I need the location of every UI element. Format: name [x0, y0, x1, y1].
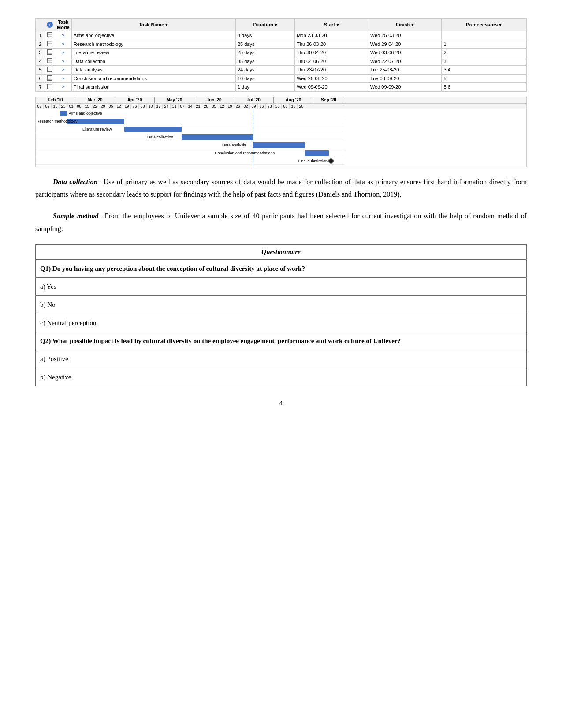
icon-cell: [45, 40, 55, 49]
gantt-date-cell: 13: [290, 104, 298, 109]
gantt-date-cell: 02: [242, 104, 250, 109]
gantt-wrapper: i TaskMode Task Name ▾ Duration ▾ Start …: [35, 18, 527, 92]
grid-icon: [47, 75, 52, 81]
task-start: Wed 26-08-20: [295, 74, 368, 83]
gantt-date-cell: 07: [179, 104, 186, 109]
icon-cell: [45, 74, 55, 83]
task-mode-cell: ⟳: [55, 66, 72, 75]
task-predecessors: 3,4: [442, 66, 526, 75]
gantt-bar-label: Final submission: [298, 159, 328, 163]
row-num: 3: [36, 49, 45, 57]
gantt-tasks-area: Aims and objectiveResearch methodologyLi…: [36, 109, 344, 167]
para2-bold: Sample method: [53, 212, 99, 220]
q1-option-0: a) Yes: [36, 277, 527, 295]
gantt-month: Apr '20: [115, 97, 155, 103]
gantt-row: 6 ⟳ Conclusion and recommendations 10 da…: [36, 74, 526, 83]
row-num: 1: [36, 31, 45, 40]
gantt-date-cell: 23: [266, 104, 274, 109]
gantt-chart-area: Feb '20Mar '20Apr '20May '20Jun '20Jul '…: [35, 97, 527, 167]
auto-icon: ⟳: [60, 84, 66, 90]
gantt-bar: [182, 134, 253, 140]
auto-icon: ⟳: [60, 41, 66, 47]
gantt-row: 2 ⟳ Research methodology 25 days Thu 26-…: [36, 40, 526, 49]
questionnaire-title: Questionnaire: [36, 244, 527, 259]
gantt-date-cell: 08: [75, 104, 83, 109]
task-finish: Wed 25-03-20: [368, 31, 442, 40]
gantt-date-cell: 14: [186, 104, 194, 109]
task-mode-cell: ⟳: [55, 49, 72, 57]
task-predecessors: 5,6: [442, 83, 526, 92]
gantt-date-cell: 09: [44, 104, 52, 109]
gantt-bar-row: Data analysis: [36, 141, 344, 149]
col-num: [36, 19, 45, 31]
task-name: Literature review: [71, 49, 235, 57]
task-name: Data collection: [71, 57, 235, 66]
q-option: b) No: [36, 295, 527, 314]
gantt-timeline-header: Feb '20Mar '20Apr '20May '20Jun '20Jul '…: [36, 97, 526, 104]
task-finish: Wed 29-04-20: [368, 40, 442, 49]
gantt-row: 1 ⟳ Aims and objective 3 days Mon 23-03-…: [36, 31, 526, 40]
body-text-2: Sample method– From the employees of Uni…: [35, 210, 527, 235]
task-name: Data analysis: [71, 66, 235, 75]
task-mode-cell: ⟳: [55, 40, 72, 49]
q2-row: Q2) What possible impact is lead by cult…: [36, 332, 527, 350]
task-predecessors: 5: [442, 74, 526, 83]
gantt-month: Jul '20: [234, 97, 274, 103]
gantt-date-cell: 19: [226, 104, 234, 109]
icon-cell: [45, 57, 55, 66]
q2-option-1: b) Negative: [36, 368, 527, 386]
gantt-bar-row: Final submission: [36, 157, 344, 165]
gantt-bar-label: Data collection: [147, 135, 173, 139]
q1-option-1: b) No: [36, 295, 527, 314]
body-text-1: Data collection– Use of primary as well …: [35, 176, 527, 202]
task-duration: 10 days: [235, 74, 294, 83]
row-num: 4: [36, 57, 45, 66]
task-predecessors: [442, 31, 526, 40]
task-start: Thu 23-07-20: [295, 66, 368, 75]
row-num: 5: [36, 66, 45, 75]
gantt-date-cell: 16: [52, 104, 60, 109]
task-duration: 3 days: [235, 31, 294, 40]
task-finish: Tue 25-08-20: [368, 66, 442, 75]
q-option: a) Yes: [36, 277, 527, 295]
col-finish: Finish ▾: [368, 19, 442, 31]
gantt-date-cell: 17: [155, 104, 163, 109]
auto-icon: ⟳: [60, 67, 66, 73]
row-num: 7: [36, 83, 45, 92]
gantt-date-cell: 05: [210, 104, 218, 109]
col-mode: TaskMode: [55, 19, 72, 31]
gantt-date-cell: 03: [139, 104, 147, 109]
gantt-bar: [305, 150, 329, 156]
gantt-month: Sep '20: [313, 97, 344, 103]
gantt-bar-row: Aims and objective: [36, 109, 344, 117]
auto-icon: ⟳: [60, 33, 66, 39]
gantt-bar-row: Data collection: [36, 133, 344, 141]
para1-rest: – Use of primary as well as secondary so…: [35, 178, 527, 198]
gantt-bar-label: Data analysis: [222, 143, 246, 147]
q-option: b) Negative: [36, 368, 527, 386]
gantt-row: 7 ⟳ Final submission 1 day Wed 09-09-20 …: [36, 83, 526, 92]
gantt-month: Mar '20: [75, 97, 115, 103]
gantt-vline: [253, 109, 253, 167]
gantt-date-cell: 05: [107, 104, 115, 109]
grid-icon: [47, 41, 52, 46]
gantt-month: Jun '20: [194, 97, 234, 103]
gantt-bar-label: Research methodology: [37, 119, 78, 123]
gantt-dates-row: 0209162301081522290512192603101724310714…: [36, 104, 526, 109]
gantt-row: 3 ⟳ Literature review 25 days Thu 30-04-…: [36, 49, 526, 57]
info-icon: i: [47, 22, 53, 28]
task-mode-cell: ⟳: [55, 57, 72, 66]
task-predecessors: 1: [442, 40, 526, 49]
gantt-month: Feb '20: [36, 97, 75, 103]
grid-icon: [47, 58, 52, 63]
task-finish: Wed 22-07-20: [368, 57, 442, 66]
task-mode-cell: ⟳: [55, 74, 72, 83]
gantt-bar-row: Literature review: [36, 125, 344, 133]
col-predecessors: Predecessors ▾: [442, 19, 526, 31]
icon-cell: [45, 31, 55, 40]
page-num-text: 4: [279, 399, 283, 407]
task-start: Thu 26-03-20: [295, 40, 368, 49]
auto-icon: ⟳: [60, 75, 66, 82]
gantt-date-cell: 12: [115, 104, 123, 109]
q-option: a) Positive: [36, 350, 527, 368]
